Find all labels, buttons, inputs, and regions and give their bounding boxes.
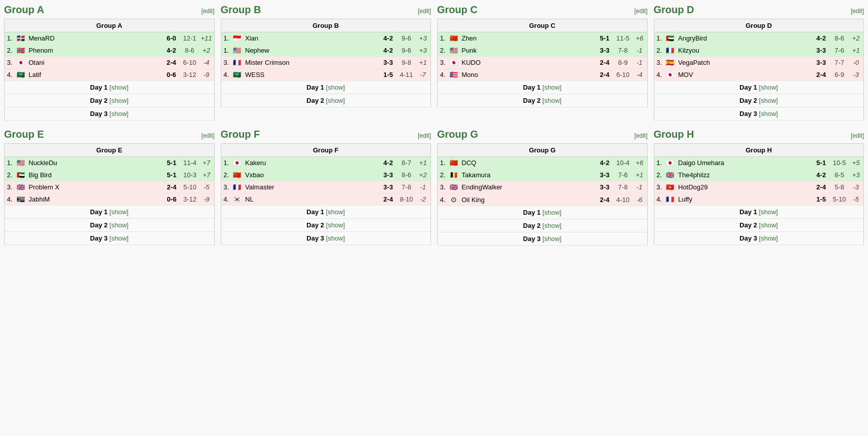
group-section-B: Group B[edit]Group B1.🇮🇩Xian4-29-6+31.🇺🇸… xyxy=(221,4,431,121)
group-edit-C[interactable]: [edit] xyxy=(634,8,647,15)
player-flag-A-2: 🇯🇵 xyxy=(15,57,27,69)
player-diff-G-0: +6 xyxy=(632,157,647,169)
player-row-H-0: 1.🇯🇵Daigo Umehara5-110-5+5 xyxy=(654,157,864,169)
player-games-F-3: 8-10 xyxy=(398,193,416,206)
player-record-E-2: 2-4 xyxy=(163,181,181,193)
player-row-A-2: 3.🇯🇵Otani2-46-10-4 xyxy=(5,57,215,69)
group-table-title-B: Group B xyxy=(221,19,431,32)
day-cell-A-2: Day 3 [show] xyxy=(5,107,215,121)
player-games-F-2: 7-8 xyxy=(398,181,416,193)
player-row-F-2: 3.🇫🇷Valmaster3-37-8-1 xyxy=(221,181,431,193)
group-table-G: Group G1.🇨🇳DCQ4-210-4+62.🇧🇪Takamura3-37-… xyxy=(437,143,648,246)
day-row-A-0: Day 1 [show] xyxy=(5,81,215,94)
player-diff-F-3: -2 xyxy=(416,193,431,206)
day-show-F-2[interactable]: [show] xyxy=(324,234,345,242)
player-flag-C-1: 🇺🇸 xyxy=(448,45,460,57)
day-row-D-0: Day 1 [show] xyxy=(654,81,864,94)
day-show-F-1[interactable]: [show] xyxy=(324,221,345,229)
player-diff-E-1: +7 xyxy=(199,169,214,181)
player-flag-E-1: 🇦🇪 xyxy=(15,169,27,181)
day-show-E-1[interactable]: [show] xyxy=(108,221,129,229)
group-edit-A[interactable]: [edit] xyxy=(201,8,214,15)
day-show-H-1[interactable]: [show] xyxy=(757,221,778,229)
group-edit-B[interactable]: [edit] xyxy=(418,8,431,15)
group-section-D: Group D[edit]Group D1.🇦🇪AngryBird4-28-6+… xyxy=(654,4,864,121)
day-show-E-2[interactable]: [show] xyxy=(108,234,129,242)
player-row-B-0: 1.🇮🇩Xian4-29-6+3 xyxy=(221,32,431,45)
player-diff-D-3: -3 xyxy=(849,69,864,81)
group-title-A: Group A xyxy=(4,4,44,16)
day-show-C-1[interactable]: [show] xyxy=(541,97,562,104)
day-label-D-0: Day 1 xyxy=(739,84,757,91)
player-row-B-3: 4.🇸🇦WESS1-54-11-7 xyxy=(221,69,431,81)
day-show-A-2[interactable]: [show] xyxy=(108,110,129,117)
player-row-F-0: 1.🇯🇵Kakeru4-28-7+1 xyxy=(221,157,431,169)
player-record-C-2: 2-4 xyxy=(596,57,614,69)
day-show-G-2[interactable]: [show] xyxy=(541,235,562,243)
group-heading-C: Group C[edit] xyxy=(437,4,648,16)
day-show-H-2[interactable]: [show] xyxy=(757,234,778,242)
day-row-G-2: Day 3 [show] xyxy=(438,232,648,246)
player-diff-B-3: -7 xyxy=(416,69,431,81)
player-record-E-3: 0-6 xyxy=(163,193,181,206)
player-name-D-0: AngryBird xyxy=(676,32,812,45)
day-row-A-1: Day 2 [show] xyxy=(5,94,215,107)
player-name-G-1: Takamura xyxy=(460,169,596,181)
day-row-D-2: Day 3 [show] xyxy=(654,107,864,121)
day-show-H-0[interactable]: [show] xyxy=(757,208,778,216)
day-show-G-1[interactable]: [show] xyxy=(541,222,562,229)
group-table-B: Group B1.🇮🇩Xian4-29-6+31.🇺🇸Nephew4-29-6+… xyxy=(221,19,431,107)
day-row-C-0: Day 1 [show] xyxy=(438,81,648,94)
group-edit-G[interactable]: [edit] xyxy=(634,132,647,139)
group-table-title-F: Group F xyxy=(221,144,431,157)
day-cell-D-0: Day 1 [show] xyxy=(654,81,864,94)
player-diff-B-1: +3 xyxy=(416,45,431,57)
day-show-F-0[interactable]: [show] xyxy=(324,208,345,216)
day-show-B-0[interactable]: [show] xyxy=(324,84,345,91)
day-show-D-2[interactable]: [show] xyxy=(757,110,778,117)
group-heading-A: Group A[edit] xyxy=(4,4,215,16)
day-show-D-1[interactable]: [show] xyxy=(757,97,778,104)
player-record-E-1: 5-1 xyxy=(163,169,181,181)
player-row-E-0: 1.🇺🇸NuckleDu5-111-4+7 xyxy=(5,157,215,169)
player-flag-C-2: 🇯🇵 xyxy=(448,57,460,69)
day-row-H-2: Day 3 [show] xyxy=(654,232,864,245)
player-record-B-3: 1-5 xyxy=(379,69,398,81)
day-show-A-0[interactable]: [show] xyxy=(108,84,129,91)
day-show-C-0[interactable]: [show] xyxy=(541,84,562,91)
group-edit-H[interactable]: [edit] xyxy=(851,132,864,139)
player-record-A-3: 0-6 xyxy=(162,69,180,81)
player-record-A-2: 2-4 xyxy=(162,57,180,69)
day-show-D-0[interactable]: [show] xyxy=(757,84,778,91)
player-name-C-1: Punk xyxy=(460,45,596,57)
day-row-B-1: Day 2 [show] xyxy=(221,94,431,107)
player-record-D-2: 3-3 xyxy=(812,57,831,69)
day-label-E-0: Day 1 xyxy=(90,208,108,216)
player-flag-F-0: 🇯🇵 xyxy=(231,157,243,169)
day-label-A-1: Day 2 xyxy=(90,97,108,104)
day-show-E-0[interactable]: [show] xyxy=(108,208,129,216)
group-table-title-D: Group D xyxy=(654,19,864,32)
day-show-G-0[interactable]: [show] xyxy=(541,209,562,216)
group-title-D: Group D xyxy=(654,4,694,16)
player-rank-G-1: 2. xyxy=(438,169,448,181)
day-show-A-1[interactable]: [show] xyxy=(108,97,129,104)
day-cell-F-1: Day 2 [show] xyxy=(221,219,431,232)
player-rank-C-0: 1. xyxy=(438,32,448,45)
player-record-H-0: 5-1 xyxy=(812,157,831,169)
group-edit-F[interactable]: [edit] xyxy=(418,132,431,139)
day-show-B-1[interactable]: [show] xyxy=(324,97,345,104)
player-name-E-2: Problem X xyxy=(27,181,163,193)
group-edit-D[interactable]: [edit] xyxy=(851,8,864,15)
player-record-C-0: 5-1 xyxy=(596,32,614,45)
player-name-F-2: Valmaster xyxy=(243,181,379,193)
day-row-D-1: Day 2 [show] xyxy=(654,94,864,107)
player-record-F-1: 3-3 xyxy=(379,169,398,181)
day-cell-C-0: Day 1 [show] xyxy=(438,81,648,94)
group-table-E: Group E1.🇺🇸NuckleDu5-111-4+72.🇦🇪Big Bird… xyxy=(4,143,215,245)
player-games-B-0: 9-6 xyxy=(398,32,416,45)
player-rank-H-1: 2. xyxy=(654,169,664,181)
day-row-G-0: Day 1 [show] xyxy=(438,206,648,219)
group-edit-E[interactable]: [edit] xyxy=(201,132,214,139)
player-flag-B-1: 🇺🇸 xyxy=(231,45,243,57)
